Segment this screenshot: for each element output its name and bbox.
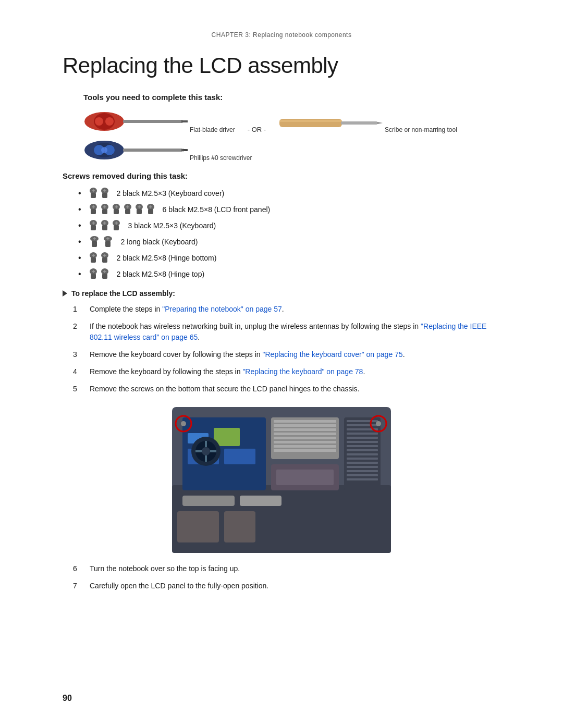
step-1-link[interactable]: "Preparing the notebook" on page 57 — [162, 305, 282, 313]
svg-rect-104 — [274, 428, 336, 431]
svg-rect-84 — [102, 274, 107, 279]
svg-rect-123 — [347, 470, 378, 472]
step-3-link[interactable]: "Replacing the keyboard cover" on page 7… — [263, 350, 403, 359]
page-title: Replacing the LCD assembly — [63, 53, 500, 78]
bullet-icon: • — [78, 269, 81, 279]
svg-rect-7 — [279, 120, 342, 122]
svg-rect-131 — [224, 511, 255, 542]
laptop-image — [172, 407, 391, 553]
laptop-image-container — [63, 407, 500, 553]
list-item: • 2 long black (Keyboard) — [78, 236, 500, 248]
step-text-4: Remove the keyboard by following the ste… — [90, 366, 500, 377]
svg-rect-2 — [123, 120, 183, 123]
svg-point-134 — [181, 421, 186, 426]
svg-point-96 — [202, 447, 210, 455]
svg-rect-44 — [137, 209, 142, 214]
scribe-tool-image — [278, 113, 383, 133]
list-item: • 3 black M2.5×3 (Keyboard) — [78, 220, 500, 231]
svg-rect-130 — [177, 511, 219, 542]
screw-desc-4: 2 long black (Keyboard) — [121, 238, 198, 246]
bullet-icon: • — [78, 189, 81, 198]
svg-marker-9 — [377, 122, 383, 124]
tool-row-phillips: Phillips #0 screwdriver — [83, 139, 500, 162]
step-text-1: Complete the steps in "Preparing the not… — [90, 304, 500, 315]
svg-rect-124 — [347, 474, 378, 476]
screw-desc-2: 6 black M2.5×8 (LCD front panel) — [163, 205, 271, 214]
svg-rect-68 — [105, 241, 111, 247]
list-item: • 2 black M2.5×3 (Keyboard cover) — [78, 188, 500, 199]
page: CHAPTER 3: Replacing notebook components… — [0, 0, 563, 728]
screws-heading: Screws removed during this task: — [63, 171, 500, 180]
svg-rect-108 — [274, 445, 336, 448]
svg-rect-125 — [347, 478, 378, 480]
svg-rect-116 — [347, 441, 378, 443]
svg-rect-3 — [181, 120, 188, 122]
svg-rect-36 — [114, 209, 119, 214]
svg-rect-76 — [102, 257, 107, 263]
list-item: • 2 black M2.5×8 (Hinge bottom) — [78, 252, 500, 264]
svg-point-4 — [95, 117, 103, 126]
phillips-driver-image — [83, 139, 188, 162]
svg-rect-15 — [123, 149, 183, 152]
svg-rect-28 — [91, 209, 96, 214]
screw-desc-1: 2 black M2.5×3 (Keyboard cover) — [117, 189, 225, 198]
svg-rect-56 — [102, 225, 107, 230]
screw-desc-3: 3 black M2.5×3 (Keyboard) — [128, 221, 216, 230]
tools-section: Tools you need to complete this task: Fl… — [63, 93, 500, 162]
screw-icons-1 — [89, 188, 109, 199]
page-number: 90 — [63, 694, 72, 703]
screw-icons-4 — [89, 236, 114, 248]
svg-rect-8 — [341, 121, 377, 125]
scribe-label: Scribe or non-marring tool — [385, 126, 457, 133]
list-item: • 2 black M2.5×8 (Hinge top) — [78, 268, 500, 280]
flat-blade-label: Flat-blade driver — [190, 126, 235, 133]
step-text-7: Carefully open the LCD panel to the full… — [90, 581, 500, 591]
step-4-link[interactable]: "Replacing the keyboard" on page 78 — [242, 367, 363, 376]
screw-icons-6 — [89, 268, 109, 280]
svg-rect-40 — [125, 209, 130, 214]
svg-rect-32 — [102, 209, 107, 214]
svg-rect-52 — [91, 225, 96, 230]
screw-icons-3 — [89, 220, 121, 231]
step-text-5: Remove the screws on the bottom that sec… — [90, 384, 500, 394]
svg-rect-111 — [347, 420, 378, 422]
step-6: 6 Turn the notebook over so the top is f… — [73, 563, 500, 574]
step-1: 1 Complete the steps in "Preparing the n… — [73, 304, 500, 315]
svg-rect-106 — [274, 437, 336, 439]
step-num-6: 6 — [73, 563, 82, 574]
svg-rect-64 — [92, 241, 97, 247]
svg-rect-127 — [276, 470, 334, 485]
svg-rect-128 — [182, 496, 235, 506]
svg-rect-48 — [148, 209, 153, 214]
screw-icons-2 — [89, 204, 155, 215]
svg-rect-121 — [347, 462, 378, 464]
steps-list-bottom: 6 Turn the notebook over so the top is f… — [63, 563, 500, 591]
step-text-3: Remove the keyboard cover by following t… — [90, 349, 500, 360]
svg-rect-72 — [91, 257, 96, 263]
svg-rect-20 — [91, 193, 96, 198]
svg-rect-118 — [347, 449, 378, 451]
svg-rect-114 — [347, 433, 378, 435]
step-7: 7 Carefully open the LCD panel to the fu… — [73, 581, 500, 591]
svg-point-135 — [376, 421, 381, 426]
step-num-3: 3 — [73, 349, 82, 360]
svg-rect-107 — [274, 441, 336, 443]
step-num-4: 4 — [73, 366, 82, 377]
phillips-label: Phillips #0 screwdriver — [190, 154, 252, 162]
tools-heading: Tools you need to complete this task: — [83, 93, 500, 102]
step-2: 2 If the notebook has wireless networkin… — [73, 321, 500, 343]
screw-list: • 2 black M2.5×3 (Keyboard cover) • 6 bl… — [63, 188, 500, 280]
chapter-header: CHAPTER 3: Replacing notebook components — [63, 31, 500, 39]
bullet-icon: • — [78, 205, 81, 214]
replace-heading-text: To replace the LCD assembly: — [71, 289, 175, 298]
svg-rect-91 — [224, 449, 255, 464]
tool-row-flat-blade: Flat-blade driver - OR - Scribe or non-m… — [83, 110, 500, 133]
step-num-7: 7 — [73, 581, 82, 591]
svg-rect-120 — [347, 458, 378, 460]
step-3: 3 Remove the keyboard cover by following… — [73, 349, 500, 360]
screw-desc-5: 2 black M2.5×8 (Hinge bottom) — [117, 254, 217, 262]
bullet-icon: • — [78, 221, 81, 230]
screw-icons-5 — [89, 252, 109, 264]
or-text: - OR - — [248, 126, 266, 133]
svg-point-5 — [105, 117, 114, 126]
